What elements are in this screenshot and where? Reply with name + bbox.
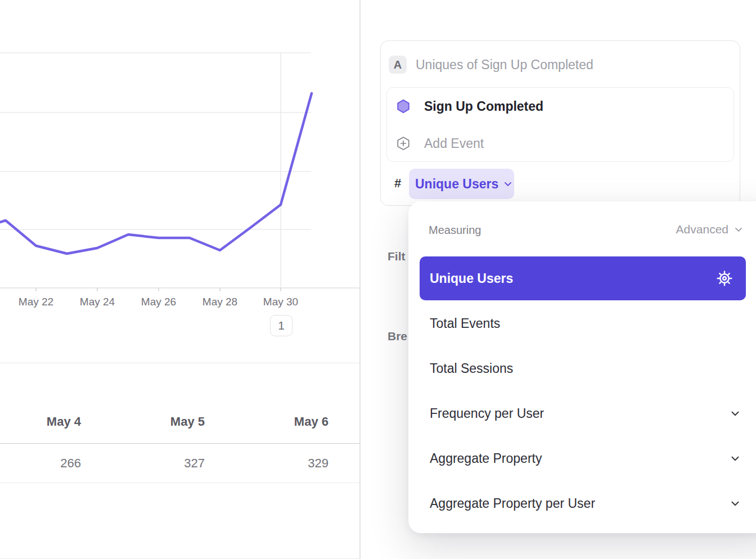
line-chart[interactable] [0, 0, 359, 315]
table-row[interactable]: 266327329 [0, 444, 359, 483]
add-event-hexagon-icon [396, 136, 411, 151]
menu-item-total-events[interactable]: Total Events [420, 301, 746, 346]
menu-item-aggregate-property-per-user[interactable]: Aggregate Property per User [420, 481, 746, 526]
menu-item-label: Aggregate Property per User [430, 496, 595, 511]
table-cell: 327 [81, 456, 205, 471]
pane-divider [359, 0, 361, 559]
menu-item-label: Total Events [430, 316, 500, 331]
annotation-count-badge[interactable]: 1 [270, 315, 292, 336]
measuring-menu: Unique Users Total EventsTotal SessionsF… [408, 201, 756, 533]
event-row[interactable]: Sign Up Completed [387, 88, 734, 125]
chevron-down-icon [729, 407, 741, 420]
metric-letter-badge: A [389, 56, 407, 74]
menu-item-label: Total Sessions [430, 361, 513, 376]
event-card: Sign Up Completed Add Event [386, 87, 734, 162]
menu-item-label: Aggregate Property [430, 451, 542, 466]
chevron-down-icon [729, 497, 741, 510]
chart-pane: May 22May 24May 26May 28May 30 1 May 4Ma… [0, 0, 359, 559]
measurement-pill-label: Unique Users [415, 177, 498, 192]
event-hexagon-icon [396, 99, 411, 114]
x-axis-label: May 26 [133, 296, 184, 308]
table-cell: 266 [0, 456, 81, 471]
table-top-divider [0, 363, 359, 363]
app-window: May 22May 24May 26May 28May 30 1 May 4Ma… [0, 0, 756, 559]
measurement-pill[interactable]: Unique Users [409, 169, 514, 199]
menu-item-label: Frequency per User [430, 406, 544, 421]
breakdown-section-label: Bre [388, 330, 407, 343]
table-header-cell: May 6 [205, 414, 328, 429]
menu-item-unique-users[interactable]: Unique Users [420, 256, 746, 300]
filters-section-label: Filt [388, 250, 406, 263]
measure-hash-symbol: # [394, 176, 408, 193]
x-axis-label: May 22 [11, 296, 61, 308]
x-axis-label: May 28 [195, 296, 245, 308]
measuring-dropdown: Measuring Advanced Unique Users Total Ev… [408, 201, 756, 533]
event-name: Sign Up Completed [424, 99, 543, 114]
menu-item-label: Unique Users [430, 271, 513, 286]
chevron-down-icon [729, 452, 741, 465]
gear-icon[interactable] [717, 271, 732, 286]
table-header-cell: May 5 [81, 414, 205, 429]
chevron-down-icon [502, 178, 514, 190]
menu-item-total-sessions[interactable]: Total Sessions [420, 346, 746, 391]
metric-title: Uniques of Sign Up Completed [416, 57, 593, 73]
table-header-row: May 4May 5May 6 [0, 400, 359, 444]
menu-item-frequency-per-user[interactable]: Frequency per User [420, 391, 746, 436]
add-event-button[interactable]: Add Event [387, 125, 734, 162]
x-axis-label: May 30 [255, 296, 306, 308]
metric-card: A Uniques of Sign Up Completed Sign Up C… [380, 40, 740, 206]
table-cell: 329 [205, 456, 328, 471]
add-event-label: Add Event [424, 136, 484, 151]
menu-item-aggregate-property[interactable]: Aggregate Property [420, 436, 746, 481]
table-header-cell: May 4 [0, 414, 81, 429]
x-axis-label: May 24 [72, 296, 123, 308]
